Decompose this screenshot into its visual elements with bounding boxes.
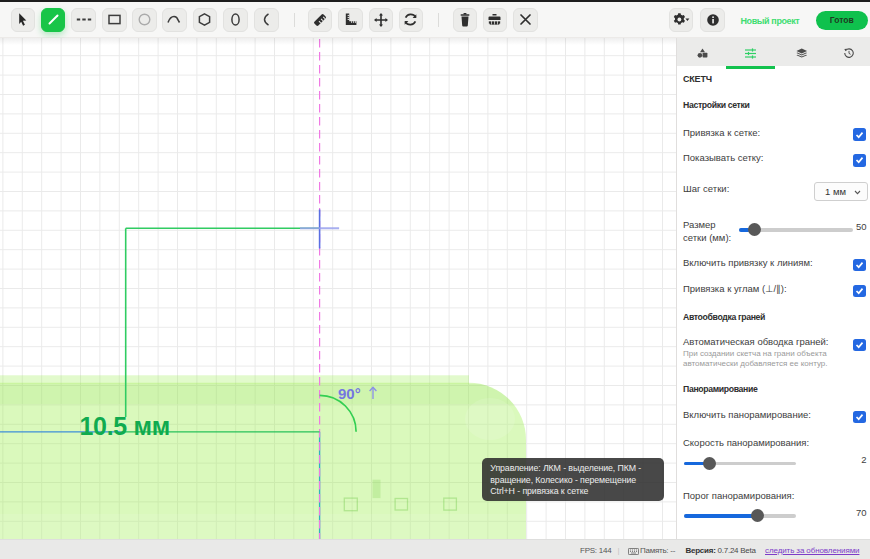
svg-text:10.5 мм: 10.5 мм	[80, 412, 171, 440]
svg-text:90°: 90°	[338, 385, 361, 402]
